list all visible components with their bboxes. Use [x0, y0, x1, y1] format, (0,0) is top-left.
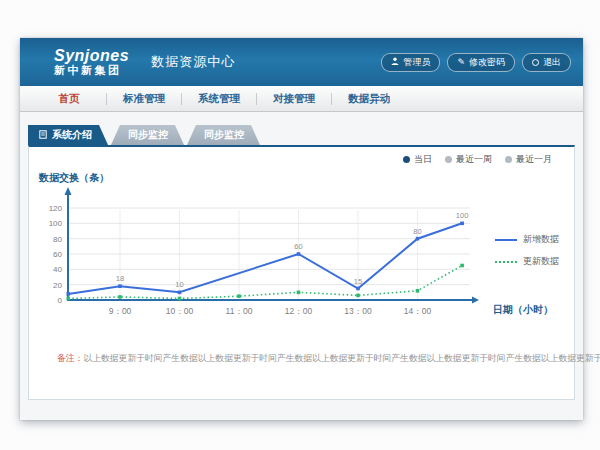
- series-line-新增数据: [68, 223, 462, 294]
- admin-user-label: 管理员: [403, 56, 430, 69]
- period-option-last-week[interactable]: 最近一周: [445, 153, 492, 166]
- y-axis-arrow-icon: [65, 187, 72, 195]
- nav-item-standard-management[interactable]: 标准管理: [107, 92, 181, 106]
- footnote-text: 以上数据更新于时间产生数据以上数据更新于时间产生数据以上数据更新于时间产生数据以…: [83, 353, 600, 363]
- document-icon: [39, 130, 47, 141]
- tab-sync-monitor-2-label: 同步监控: [204, 128, 244, 142]
- y-tick-label: 120: [49, 204, 63, 213]
- legend-new-data: 新增数据: [495, 233, 559, 246]
- period-option-today[interactable]: 当日: [403, 153, 432, 166]
- period-filter: 当日 最近一周 最近一月: [403, 153, 552, 166]
- user-icon: [391, 57, 399, 67]
- app-window: Synjones 新中新集团 数据资源中心 管理员 ✎ 修改密码 退出: [20, 38, 583, 420]
- x-tick-label: 10：00: [166, 306, 194, 316]
- y-tick-label: 100: [49, 219, 63, 228]
- change-password-label: 修改密码: [469, 56, 505, 69]
- change-password-button[interactable]: ✎ 修改密码: [447, 53, 515, 72]
- nav-item-home[interactable]: 首页: [32, 92, 106, 106]
- period-today-label: 当日: [414, 153, 432, 166]
- page-background: Synjones 新中新集团 数据资源中心 管理员 ✎ 修改密码 退出: [0, 0, 600, 450]
- tab-sync-monitor-1-label: 同步监控: [128, 128, 168, 142]
- period-last-month-label: 最近一月: [516, 153, 552, 166]
- data-point-marker: [416, 289, 420, 293]
- nav-item-system-management[interactable]: 系统管理: [182, 92, 256, 106]
- x-tick-label: 13：00: [344, 306, 372, 316]
- data-point-label: 15: [354, 277, 362, 286]
- data-point-marker: [460, 222, 464, 226]
- x-axis-arrow-icon: [472, 297, 479, 304]
- data-point-marker: [297, 252, 301, 256]
- data-point-marker: [356, 294, 360, 298]
- solid-line-icon: [495, 239, 517, 241]
- radio-dot-icon: [403, 156, 410, 163]
- logout-button[interactable]: 退出: [522, 53, 571, 72]
- company-logo: Synjones 新中新集团: [54, 48, 129, 76]
- admin-user-button[interactable]: 管理员: [381, 53, 440, 72]
- y-tick-label: 40: [53, 265, 62, 274]
- data-point-marker: [66, 297, 70, 301]
- y-tick-label: 60: [53, 250, 62, 259]
- tab-sync-monitor-2[interactable]: 同步监控: [187, 125, 260, 145]
- logo-company-text: 新中新集团: [54, 65, 129, 77]
- x-tick-label: 11：00: [226, 306, 253, 316]
- logo-brand-text: Synjones: [54, 48, 129, 65]
- tab-system-intro[interactable]: 系统介绍: [28, 125, 108, 145]
- data-point-marker: [297, 291, 301, 295]
- header-actions: 管理员 ✎ 修改密码 退出: [381, 53, 571, 72]
- app-header: Synjones 新中新集团 数据资源中心 管理员 ✎ 修改密码 退出: [20, 38, 583, 86]
- legend-new-data-label: 新增数据: [523, 233, 559, 246]
- tab-sync-monitor-1[interactable]: 同步监控: [111, 125, 184, 145]
- legend-update-data-label: 更新数据: [523, 255, 559, 268]
- data-point-marker: [237, 294, 241, 298]
- data-point-label: 18: [116, 274, 124, 283]
- x-tick-label: 9：00: [109, 306, 132, 316]
- y-tick-label: 0: [58, 296, 63, 305]
- logout-icon: [532, 59, 539, 66]
- content-area: 系统介绍 同步监控 同步监控 当日 最近一周: [20, 112, 583, 420]
- data-point-marker: [416, 237, 420, 241]
- y-tick-label: 80: [53, 235, 62, 244]
- nav-item-interface-management[interactable]: 对接管理: [257, 92, 331, 106]
- chart-panel: 当日 最近一周 最近一月 数据交换（条） 0204060801001209：00…: [28, 145, 575, 400]
- footnote: 备注：以上数据更新于时间产生数据以上数据更新于时间产生数据以上数据更新于时间产生…: [57, 353, 600, 365]
- data-point-label: 60: [294, 242, 302, 251]
- chart-y-axis-title: 数据交换（条）: [39, 171, 109, 185]
- radio-dot-icon: [445, 156, 452, 163]
- radio-dot-icon: [505, 156, 512, 163]
- edit-icon: ✎: [457, 58, 465, 67]
- main-nav: 首页 标准管理 系统管理 对接管理 数据异动: [20, 86, 583, 112]
- y-tick-label: 20: [53, 281, 62, 290]
- dotted-line-icon: [495, 261, 517, 263]
- series-line-更新数据: [68, 266, 462, 299]
- data-point-marker: [178, 297, 182, 301]
- x-tick-label: 12：00: [285, 306, 313, 316]
- nav-item-data-change[interactable]: 数据异动: [332, 92, 406, 106]
- data-point-marker: [178, 291, 182, 295]
- data-point-marker: [118, 295, 122, 299]
- tab-system-intro-label: 系统介绍: [52, 128, 92, 142]
- data-point-label: 100: [456, 211, 469, 220]
- chart-legend: 新增数据 更新数据: [495, 233, 559, 268]
- period-option-last-month[interactable]: 最近一月: [505, 153, 552, 166]
- line-chart: 0204060801001209：0010：0011：0012：0013：001…: [38, 185, 488, 320]
- app-title: 数据资源中心: [151, 53, 235, 71]
- logout-label: 退出: [543, 56, 561, 69]
- legend-update-data: 更新数据: [495, 255, 559, 268]
- data-point-label: 80: [413, 227, 421, 236]
- tab-bar: 系统介绍 同步监控 同步监控: [28, 125, 260, 145]
- period-last-week-label: 最近一周: [456, 153, 492, 166]
- data-point-label: 10: [175, 280, 183, 289]
- x-tick-label: 14：00: [404, 306, 432, 316]
- chart-x-axis-title: 日期（小时）: [493, 303, 553, 317]
- footnote-prefix: 备注：: [57, 353, 83, 363]
- data-point-marker: [118, 284, 122, 288]
- data-point-marker: [356, 287, 360, 291]
- data-point-marker: [66, 292, 70, 296]
- data-point-marker: [460, 264, 464, 268]
